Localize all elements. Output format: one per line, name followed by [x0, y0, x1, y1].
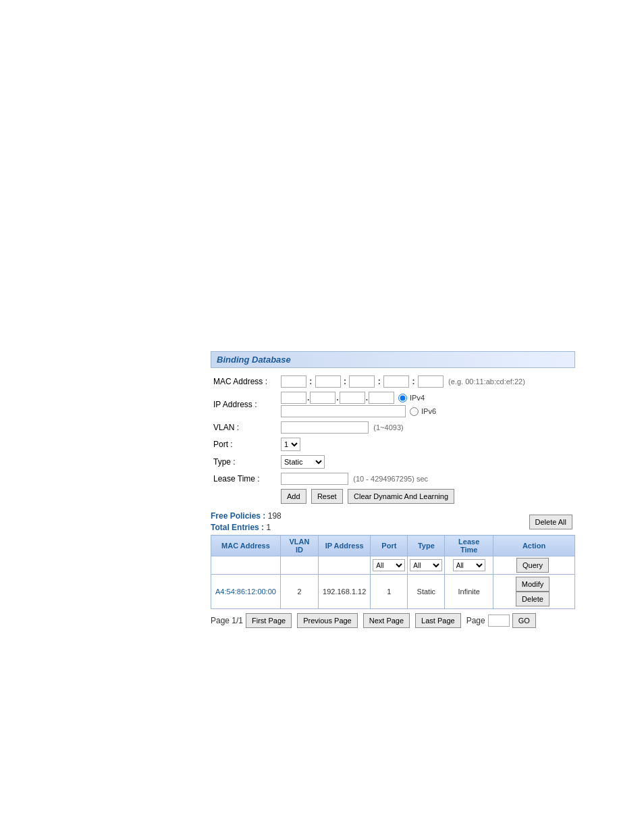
ip-field-1[interactable] [281, 392, 306, 404]
mac-sep-1: : [309, 377, 312, 386]
lease-time-input[interactable] [281, 473, 348, 485]
col-mac: MAC Address [211, 536, 281, 556]
filter-row: All All Static Dynamic All [211, 556, 575, 575]
delete-button[interactable]: Delete [516, 592, 549, 606]
mac-field-4[interactable] [383, 375, 409, 388]
type-label: Type : [213, 457, 236, 467]
lease-filter-select[interactable]: All [453, 559, 485, 571]
query-button[interactable]: Query [516, 558, 549, 573]
cell-ip: 192.168.1.12 [319, 575, 371, 609]
reset-button[interactable]: Reset [311, 489, 343, 504]
mac-hint: (e.g. 00:11:ab:cd:ef:22) [448, 377, 525, 386]
go-button[interactable]: GO [512, 613, 536, 628]
mac-address-label: MAC Address : [213, 377, 267, 386]
col-type: Type [408, 536, 445, 556]
mac-sep-3: : [378, 377, 381, 386]
ipv6-field[interactable] [281, 405, 406, 417]
cell-port: 1 [371, 575, 408, 609]
col-action: Action [493, 536, 575, 556]
lease-hint: (10 - 4294967295) sec [353, 475, 428, 483]
ip-field-4[interactable] [369, 392, 394, 404]
cell-mac: A4:54:86:12:00:00 [211, 575, 281, 609]
delete-all-button[interactable]: Delete All [529, 515, 572, 529]
ipv4-label: IPv4 [410, 394, 425, 402]
clear-dynamic-button[interactable]: Clear Dynamic And Learning [348, 489, 454, 504]
summary-row: Free Policies : 198 Total Entries : 1 De… [211, 511, 575, 532]
col-lease: Lease Time [445, 536, 493, 556]
pagination-row: Page 1/1 First Page Previous Page Next P… [211, 613, 575, 628]
ipv4-radio[interactable] [398, 394, 407, 402]
modify-button[interactable]: Modify [516, 577, 549, 592]
vlan-label: VLAN : [213, 423, 239, 432]
cell-vlan: 2 [280, 575, 318, 609]
total-entries-value: 1 [266, 523, 271, 532]
ip-dot-1: . [307, 393, 309, 402]
page-label: Page [466, 616, 485, 625]
ipv6-label: IPv6 [421, 407, 436, 415]
mac-sep-2: : [344, 377, 346, 386]
ipv6-radio[interactable] [410, 407, 419, 416]
ip-field-2[interactable] [310, 392, 336, 404]
next-page-button[interactable]: Next Page [363, 613, 410, 628]
section-title: Binding Database [211, 351, 575, 368]
mac-field-1[interactable] [281, 375, 306, 388]
total-entries-label: Total Entries : [211, 523, 264, 532]
col-ip: IP Address [319, 536, 371, 556]
vlan-input[interactable] [281, 421, 369, 434]
ip-address-label: IP Address : [213, 400, 257, 409]
mac-sep-4: : [412, 377, 414, 386]
port-label: Port : [213, 440, 233, 449]
vlan-hint: (1~4093) [373, 423, 403, 432]
free-policies-value: 198 [268, 511, 281, 521]
binding-table: MAC Address VLAN ID IP Address Port Type… [211, 535, 575, 609]
type-select[interactable]: Static Dynamic [281, 455, 325, 469]
lease-time-label: Lease Time : [213, 474, 260, 484]
mac-field-3[interactable] [349, 375, 375, 388]
free-policies-label: Free Policies : [211, 511, 265, 521]
cell-action: Modify Delete [493, 575, 575, 609]
last-page-button[interactable]: Last Page [415, 613, 461, 628]
page-number-input[interactable] [488, 615, 510, 627]
first-page-button[interactable]: First Page [246, 613, 292, 628]
col-port: Port [371, 536, 408, 556]
col-vlan: VLAN ID [280, 536, 318, 556]
ip-dot-3: . [366, 393, 368, 402]
ip-field-3[interactable] [340, 392, 365, 404]
mac-field-5[interactable] [418, 375, 444, 388]
page-info: Page 1/1 [211, 616, 243, 625]
ip-dot-2: . [336, 393, 338, 402]
mac-field-2[interactable] [315, 375, 341, 388]
cell-lease: Infinite [445, 575, 493, 609]
add-button[interactable]: Add [281, 489, 306, 504]
port-filter-select[interactable]: All [373, 559, 405, 571]
cell-type: Static [408, 575, 445, 609]
table-row: A4:54:86:12:00:00 2 192.168.1.12 1 Stati… [211, 575, 575, 609]
binding-form: MAC Address : : : : : (e.g. 00:11:ab:cd:… [211, 373, 575, 506]
type-filter-select[interactable]: All Static Dynamic [410, 559, 442, 571]
prev-page-button[interactable]: Previous Page [297, 613, 358, 628]
port-select[interactable]: 1 [281, 438, 300, 451]
